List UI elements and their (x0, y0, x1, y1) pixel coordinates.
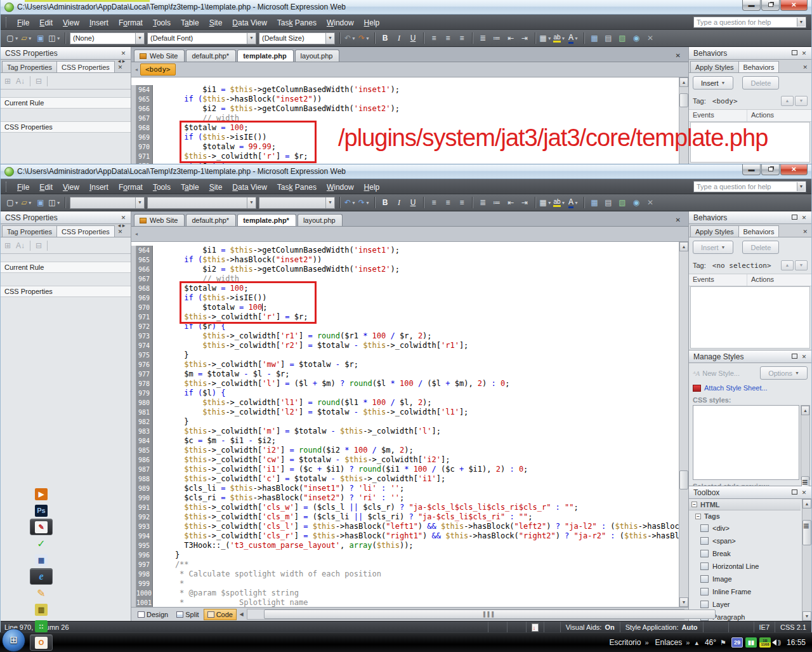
insert-table-icon[interactable]: ▦ (588, 32, 601, 44)
hyperlink-icon[interactable]: ◉ (630, 196, 643, 209)
horizontal-scrollbar[interactable]: ▌▌▌ (247, 609, 684, 620)
font-color-icon[interactable]: A▼ (567, 196, 580, 209)
minimize-button[interactable]: ▬ (742, 0, 761, 11)
highlight-icon[interactable]: ab▼ (553, 196, 566, 209)
bullet-list-icon[interactable]: ≔ (490, 196, 503, 209)
open-folder-icon[interactable]: ▱▼ (20, 32, 33, 44)
style-application-toggle[interactable]: Style Application:Auto (620, 622, 704, 632)
ie-schema-indicator[interactable]: IE7 (754, 622, 776, 632)
panel-scrollbar[interactable]: ▲ ≡ ▼ (802, 499, 811, 621)
print-preview-icon[interactable]: ◫▼ (48, 32, 61, 44)
css-styles-list[interactable] (693, 405, 799, 480)
restore-button[interactable] (761, 0, 780, 11)
media-player-icon[interactable]: ▶ (30, 486, 53, 502)
italic-icon[interactable]: I (393, 196, 405, 209)
menu-tools[interactable]: Tools (148, 181, 176, 194)
menu-grip[interactable] (6, 182, 8, 192)
redo-icon[interactable]: ↷▼ (358, 32, 370, 44)
panel-tab-nav[interactable]: ◂ ▸ ✕ (114, 222, 131, 237)
menu-edit[interactable]: Edit (34, 17, 58, 29)
menu-window[interactable]: Window (322, 181, 359, 194)
toolbox-item-div[interactable]: <div> (689, 522, 801, 535)
toolbox-item-break[interactable]: Break (689, 547, 801, 560)
insert-cell-icon[interactable]: ▤ (602, 32, 615, 44)
chevron-down-icon[interactable]: ▼ (325, 33, 334, 44)
chevron-down-icon[interactable]: ▼ (797, 182, 805, 191)
tab-css-properties[interactable]: CSS Properties (56, 61, 115, 72)
tab-web-site[interactable]: Web Site (134, 50, 185, 62)
title-bar[interactable]: C:\Users\Administrador\AppData\Local\Tem… (1, 0, 811, 15)
menu-view[interactable]: View (58, 17, 84, 29)
tab-templatephp[interactable]: template.php (237, 50, 293, 62)
insert-behavior-button[interactable]: Insert▼ (693, 241, 733, 254)
body-tag-chip[interactable]: <body> (140, 63, 176, 76)
bold-icon[interactable]: B (379, 32, 391, 44)
menu-format[interactable]: Format (114, 181, 148, 194)
flag-icon[interactable]: ⚑ (719, 639, 730, 647)
numbered-list-icon[interactable]: ≣ (476, 196, 489, 209)
roboform-icon[interactable]: :: (30, 618, 53, 634)
office-o-icon[interactable]: O (30, 634, 53, 651)
ruler-app-icon[interactable]: ▥ (30, 601, 53, 618)
tab-layoutphp[interactable]: layout.php (298, 214, 343, 226)
close-button[interactable]: ✕ (780, 0, 808, 11)
numbered-list-icon[interactable]: ≣ (476, 32, 489, 44)
menu-task-panes[interactable]: Task Panes (272, 17, 322, 29)
stop-icon[interactable]: ✕ (644, 32, 657, 44)
expression-web-app-icon[interactable] (4, 3, 14, 12)
css-schema-indicator[interactable]: CSS 2.1 (775, 622, 811, 632)
behaviors-list[interactable] (690, 286, 810, 349)
design-view-button[interactable]: Design (134, 609, 172, 620)
toolbox-group-html[interactable]: −HTML (689, 499, 801, 510)
redo-icon[interactable]: ↷▼ (358, 196, 370, 209)
bold-icon[interactable]: B (379, 196, 391, 209)
menu-file[interactable]: File (12, 181, 34, 194)
tab-behaviors[interactable]: Behaviors (738, 225, 780, 237)
font-combo[interactable]: ▼ (147, 197, 256, 209)
scroll-left-icon[interactable]: ◀ (237, 611, 246, 617)
calculator-icon[interactable]: ▦ (30, 552, 53, 568)
menu-file[interactable]: File (12, 17, 34, 29)
breadcrumb-left-icon[interactable]: ◂ (133, 67, 140, 72)
notes-app-icon[interactable]: ✎ (30, 519, 53, 535)
align-center-icon[interactable]: ≡ (442, 196, 454, 209)
undo-icon[interactable]: ↶▼ (344, 32, 357, 44)
scroll-up-icon[interactable]: ▲ (801, 406, 809, 415)
volume-icon[interactable] (772, 639, 776, 646)
close-icon[interactable]: ✕ (799, 50, 809, 57)
close-button[interactable]: ✕ (780, 164, 808, 175)
italic-icon[interactable]: I (393, 32, 405, 44)
insert-table-icon[interactable]: ▦ (588, 196, 601, 209)
size-combo[interactable]: ▼ (259, 197, 335, 209)
code-view-button[interactable]: Code (204, 609, 237, 620)
close-icon[interactable]: ✕ (799, 489, 809, 496)
align-left-icon[interactable]: ≡ (428, 196, 440, 209)
toolbox-item-inline-frame[interactable]: Inline Frame (689, 585, 801, 598)
menu-data-view[interactable]: Data View (227, 17, 272, 29)
categorize-icon[interactable]: ⊞ (4, 241, 11, 250)
minimize-button[interactable]: ▬ (742, 164, 761, 175)
menu-help[interactable]: Help (359, 17, 385, 29)
close-page-icon[interactable]: ✕ (671, 216, 686, 226)
chevron-icon[interactable]: » (643, 639, 652, 646)
close-icon[interactable]: ✕ (119, 215, 128, 221)
open-folder-icon[interactable]: ▱▼ (20, 196, 33, 209)
menu-help[interactable]: Help (359, 181, 385, 194)
photoshop-icon[interactable]: Ps (30, 502, 53, 519)
decrease-indent-icon[interactable]: ⇤ (504, 196, 517, 209)
chevron-down-icon[interactable]: ▼ (135, 33, 144, 44)
categorize-icon[interactable]: ⊞ (4, 77, 11, 86)
underline-icon[interactable]: U (407, 196, 419, 209)
style-combo[interactable]: ▼ (70, 197, 145, 209)
chevron-down-icon[interactable]: ▼ (247, 197, 256, 208)
menu-insert[interactable]: Insert (84, 17, 114, 29)
move-up-icon[interactable]: ▲ (781, 96, 794, 106)
title-bar[interactable]: C:\Users\Administrador\AppData\Local\Tem… (1, 164, 811, 179)
scroll-down-icon[interactable]: ▼ (802, 611, 811, 621)
temperature-indicator[interactable]: 46° (702, 638, 719, 647)
save-icon[interactable]: ▣ (34, 32, 47, 44)
underline-icon[interactable]: U (407, 32, 419, 44)
hyperlink-icon[interactable]: ◉ (630, 32, 643, 44)
menu-edit[interactable]: Edit (34, 181, 58, 194)
font-color-icon[interactable]: A▼ (567, 32, 580, 44)
